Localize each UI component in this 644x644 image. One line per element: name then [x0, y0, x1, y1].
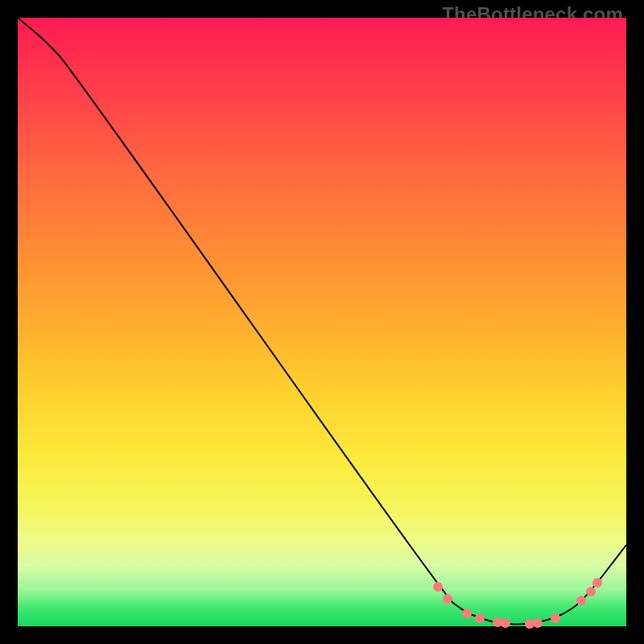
curve-layer	[18, 18, 626, 626]
highlight-dot	[551, 613, 560, 623]
highlight-dot	[443, 594, 452, 604]
highlight-dot	[586, 587, 596, 597]
highlight-dot	[433, 582, 443, 592]
bottleneck-curve	[18, 18, 626, 625]
highlight-dot	[475, 613, 485, 623]
highlight-dot	[501, 618, 510, 628]
chart-frame: TheBottleneck.com	[0, 0, 644, 644]
highlight-dot	[533, 618, 543, 628]
highlight-dot	[576, 596, 586, 605]
highlight-dot	[592, 578, 602, 588]
highlight-dots-group	[433, 578, 602, 629]
highlight-dot	[462, 609, 472, 618]
